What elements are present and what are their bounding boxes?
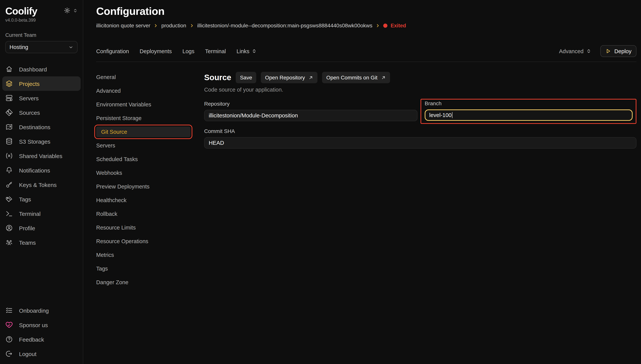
heart-icon (5, 321, 13, 329)
open-commits-button[interactable]: Open Commits on Git (322, 72, 390, 83)
settings-subnav: GeneralAdvancedEnvironment VariablesPers… (96, 62, 204, 364)
sidebar-item-terminal[interactable]: Terminal (2, 206, 81, 221)
key-icon (5, 181, 13, 188)
subnav-item-danger-zone[interactable]: Danger Zone (96, 277, 204, 288)
users-icon (5, 238, 13, 246)
source-section: Source Save Open Repository Open Commits… (204, 62, 636, 364)
subnav-item-resource-limits[interactable]: Resource Limits (96, 222, 204, 233)
play-icon (605, 48, 611, 54)
sidebar-item-label: Shared Variables (19, 152, 62, 159)
page-title: Configuration (96, 5, 636, 18)
app-logo[interactable]: Coolify (5, 5, 37, 17)
breadcrumb-item-2[interactable]: production (161, 22, 186, 28)
sidebar-item-label: Destinations (19, 124, 50, 130)
subnav-item-healthcheck[interactable]: Healthcheck (96, 195, 204, 206)
deploy-label: Deploy (614, 48, 631, 54)
sun-icon[interactable] (64, 7, 70, 14)
sidebar-item-label: Keys & Tokens (19, 182, 57, 188)
chevron-updown-icon (586, 49, 591, 54)
subnav-item-resource-operations[interactable]: Resource Operations (96, 236, 204, 246)
tab-links[interactable]: Links (237, 48, 257, 54)
deploy-button[interactable]: Deploy (600, 45, 636, 57)
advanced-label: Advanced (559, 48, 583, 54)
subnav-item-advanced[interactable]: Advanced (96, 86, 204, 96)
commit-sha-field: Commit SHA HEAD (204, 128, 636, 148)
subnav-item-persistent-storage[interactable]: Persistent Storage (96, 113, 204, 124)
chevron-updown-icon[interactable] (73, 8, 78, 13)
tab-deployments[interactable]: Deployments (140, 48, 172, 54)
tab-terminal[interactable]: Terminal (205, 48, 226, 54)
sidebar-item-notifications[interactable]: Notifications (2, 163, 81, 178)
sidebar-item-feedback[interactable]: Feedback (2, 332, 81, 346)
subnav-item-rollback[interactable]: Rollback (96, 208, 204, 219)
sidebar-item-onboarding[interactable]: Onboarding (2, 303, 81, 318)
sidebar-item-label: Sponsor us (19, 322, 48, 328)
sidebar-item-label: Servers (19, 95, 39, 101)
save-button[interactable]: Save (236, 72, 256, 83)
branch-input[interactable]: level-100 (425, 110, 633, 121)
subnav-item-scheduled-tasks[interactable]: Scheduled Tasks (96, 154, 204, 164)
open-repository-button[interactable]: Open Repository (261, 72, 317, 83)
main-area: Configuration illicitonion quote serverp… (83, 0, 641, 364)
sidebar-item-label: Terminal (19, 210, 41, 217)
team-select[interactable]: Hosting (5, 41, 78, 53)
sidebar-item-label: Teams (19, 239, 36, 246)
branch-field: Branch level-100 (420, 101, 636, 124)
sidebar-item-label: Tags (19, 196, 31, 202)
parentheses-x-icon (5, 152, 13, 160)
sidebar-item-tags[interactable]: Tags (2, 192, 81, 206)
map-icon (5, 123, 13, 131)
sidebar-item-logout[interactable]: Logout (2, 346, 81, 361)
sidebar-nav: DashboardProjectsServersSourcesDestinati… (2, 62, 81, 250)
sidebar-item-destinations[interactable]: Destinations (2, 120, 81, 134)
subnav-item-preview-deployments[interactable]: Preview Deployments (96, 181, 204, 192)
status-dot-icon (383, 23, 388, 28)
app-version: v4.0.0-beta.399 (5, 18, 78, 22)
advanced-dropdown[interactable]: Advanced (559, 48, 591, 54)
chevron-down-icon (69, 45, 73, 50)
subnav-item-git-source[interactable]: Git Source (96, 126, 191, 137)
subnav-item-metrics[interactable]: Metrics (96, 250, 204, 260)
source-heading: Source (204, 73, 231, 82)
status-indicator: Exited (383, 22, 406, 28)
breadcrumb-item-1[interactable]: illicitonion quote server (96, 22, 150, 28)
sidebar-item-teams[interactable]: Teams (2, 235, 81, 250)
git-source-icon (5, 109, 13, 116)
subnav-item-webhooks[interactable]: Webhooks (96, 168, 204, 178)
subnav-item-tags[interactable]: Tags (96, 263, 204, 274)
subnav-item-servers[interactable]: Servers (96, 140, 204, 151)
home-icon (5, 65, 13, 73)
server-icon (5, 94, 13, 102)
sidebar-item-profile[interactable]: Profile (2, 221, 81, 235)
sidebar-item-dashboard[interactable]: Dashboard (2, 62, 81, 76)
layers-icon (5, 80, 13, 88)
repository-input[interactable]: illicitestonion/Module-Decomposition (204, 110, 417, 121)
sidebar-item-label: Logout (19, 350, 37, 357)
sidebar-item-servers[interactable]: Servers (2, 91, 81, 105)
subnav-item-environment-variables[interactable]: Environment Variables (96, 99, 204, 110)
tabs: ConfigurationDeploymentsLogsTerminalLink… (96, 48, 257, 54)
commit-sha-input[interactable]: HEAD (204, 137, 636, 148)
current-team-label: Current Team (5, 32, 78, 38)
branch-annotation-box: Branch level-100 (420, 99, 636, 124)
sidebar: Coolify v4.0.0-beta.399 Current Team Hos… (0, 0, 83, 364)
external-link-icon (381, 75, 386, 80)
sidebar-item-sponsor-us[interactable]: Sponsor us (2, 318, 81, 332)
database-icon (5, 138, 13, 145)
sidebar-item-label: Profile (19, 225, 35, 231)
sidebar-item-shared-variables[interactable]: Shared Variables (2, 148, 81, 163)
sidebar-item-projects[interactable]: Projects (2, 76, 81, 91)
chevron-right-icon (154, 23, 158, 28)
subnav-item-general[interactable]: General (96, 72, 204, 82)
tab-logs[interactable]: Logs (183, 48, 195, 54)
sidebar-item-sources[interactable]: Sources (2, 105, 81, 120)
sidebar-item-label: Onboarding (19, 307, 49, 314)
chevron-right-icon (376, 23, 380, 28)
breadcrumb-item-3[interactable]: illicitestonion/-module--decomposition:m… (197, 22, 372, 28)
breadcrumb: illicitonion quote serverproductionillic… (96, 22, 636, 28)
sidebar-item-keys-tokens[interactable]: Keys & Tokens (2, 178, 81, 192)
commit-sha-label: Commit SHA (204, 128, 636, 134)
sidebar-item-s3-storages[interactable]: S3 Storages (2, 134, 81, 148)
chevron-updown-icon (252, 49, 257, 54)
tab-configuration[interactable]: Configuration (96, 48, 129, 54)
